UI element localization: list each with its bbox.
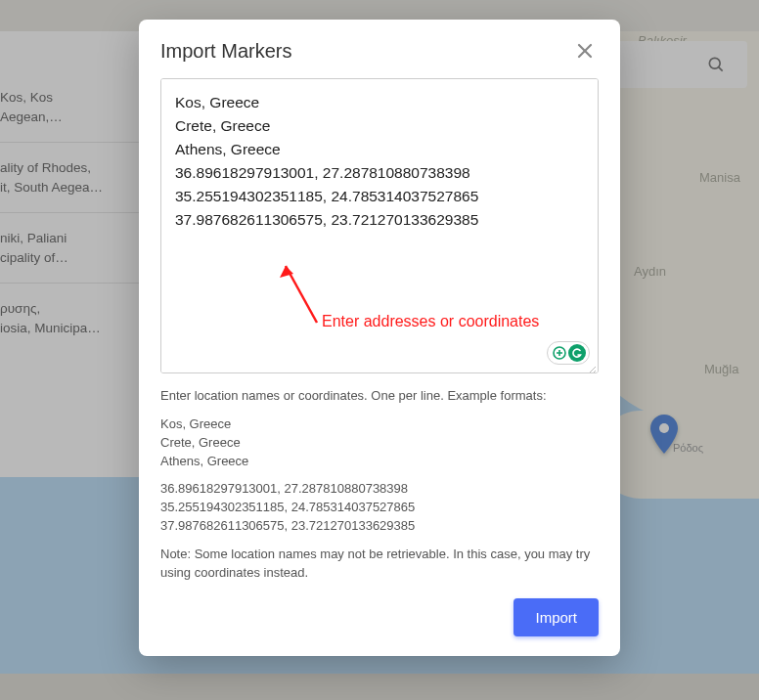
locations-textarea[interactable] — [161, 79, 598, 372]
help-text: Enter location names or coordinates. One… — [160, 387, 599, 583]
textarea-wrapper — [160, 78, 599, 373]
help-intro: Enter location names or coordinates. One… — [160, 387, 599, 406]
close-button[interactable] — [571, 37, 599, 65]
close-icon — [576, 42, 594, 60]
grammarly-widget[interactable] — [547, 341, 590, 365]
help-note: Note: Some location names may not be ret… — [160, 546, 599, 583]
modal-title: Import Markers — [160, 40, 291, 63]
help-examples-coords: 36.89618297913001, 27.287810880738398 35… — [160, 480, 599, 536]
grammarly-add-icon — [551, 344, 568, 362]
help-examples-names: Kos, Greece Crete, Greece Athens, Greece — [160, 416, 599, 471]
import-button[interactable]: Import — [513, 598, 599, 636]
import-markers-modal: Import Markers Enter location names or c… — [139, 20, 620, 656]
grammarly-logo-icon — [568, 344, 586, 362]
